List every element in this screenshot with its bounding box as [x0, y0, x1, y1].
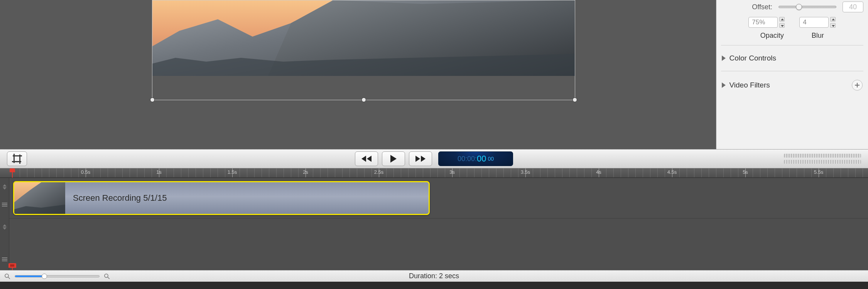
marker-grip-icon: [10, 264, 14, 267]
ruler-label: 3.5s: [521, 169, 530, 175]
resize-handle-bottom-right[interactable]: [572, 97, 577, 102]
track-reorder-handle[interactable]: [1, 181, 8, 193]
track-grip-icon[interactable]: [2, 203, 7, 207]
opacity-step-down-icon[interactable]: [779, 23, 785, 28]
blur-label: Blur: [812, 32, 824, 40]
opacity-stepper[interactable]: 75%: [748, 17, 785, 28]
playback-bar: 00:00: 00 00: [0, 149, 868, 168]
play-icon: [390, 155, 397, 163]
blur-step-down-icon[interactable]: [830, 23, 836, 28]
audio-meters: [784, 154, 861, 164]
opacity-step-up-icon[interactable]: [779, 17, 785, 22]
clip-thumbnail: [14, 182, 65, 214]
svg-line-3: [8, 277, 10, 279]
plus-icon: [855, 83, 860, 87]
timecode-hmm: 00:00:: [458, 155, 477, 163]
canvas-selection[interactable]: [152, 0, 575, 100]
audio-meter-left: [784, 154, 861, 158]
track-gutter: [0, 178, 9, 270]
ruler-label: 1.5s: [228, 169, 237, 175]
section-label: Color Controls: [730, 54, 776, 62]
ruler-label: 1s: [156, 169, 162, 175]
resize-handle-bottom-left[interactable]: [150, 97, 155, 102]
zoom-in-icon: [103, 273, 110, 280]
opacity-field[interactable]: 75%: [748, 17, 778, 28]
fast-forward-button[interactable]: [409, 151, 432, 166]
timecode-ff: 00: [488, 156, 494, 162]
timecode-display[interactable]: 00:00: 00 00: [438, 151, 513, 166]
section-label: Video Filters: [730, 81, 770, 89]
ruler-label: 0.5s: [81, 169, 91, 175]
timecode-ss: 00: [477, 154, 486, 164]
ruler-label: 2.5s: [374, 169, 384, 175]
ruler-label: 5s: [743, 169, 748, 175]
viewer-canvas[interactable]: [0, 0, 716, 149]
blur-stepper[interactable]: 4: [799, 17, 836, 28]
timeline-ruler[interactable]: 0.5s1s1.5s2s2.5s3s3.5s4s4.5s5s5.5s6s: [0, 168, 868, 178]
audio-meter-right: [784, 160, 861, 164]
offset-slider[interactable]: [778, 6, 836, 8]
crop-button[interactable]: [7, 151, 27, 166]
opacity-label: Opacity: [760, 32, 784, 40]
svg-line-5: [108, 277, 110, 279]
playhead[interactable]: [10, 168, 15, 174]
blur-step-up-icon[interactable]: [830, 17, 836, 22]
playhead-head-icon: [10, 168, 15, 172]
disclosure-right-icon: [722, 55, 726, 61]
zoom-slider[interactable]: [15, 275, 100, 277]
svg-point-4: [105, 274, 108, 277]
zoom-control[interactable]: [4, 273, 110, 280]
offset-label: Offset:: [752, 3, 772, 11]
timeline-clip[interactable]: Screen Recording 5/1/15: [13, 181, 430, 215]
rewind-button[interactable]: [355, 151, 378, 166]
separator: [721, 45, 864, 45]
rewind-icon: [361, 156, 372, 162]
offset-slider-knob[interactable]: [796, 4, 802, 10]
fast-forward-icon: [415, 156, 426, 162]
ruler-label: 2s: [303, 169, 308, 175]
ruler-label: 4.5s: [667, 169, 677, 175]
svg-point-2: [5, 274, 8, 277]
play-button[interactable]: [382, 151, 405, 166]
ruler-label: 4s: [596, 169, 601, 175]
ruler-label: 5.5s: [814, 169, 824, 175]
crop-icon: [13, 155, 21, 163]
section-video-filters[interactable]: Video Filters: [716, 77, 868, 94]
canvas-preview: [152, 0, 575, 76]
zoom-slider-knob[interactable]: [42, 274, 47, 279]
offset-field[interactable]: 40: [843, 2, 863, 12]
status-duration: Duration: 2 secs: [409, 272, 459, 280]
add-filter-button[interactable]: [852, 80, 863, 91]
clip-title: Screen Recording 5/1/15: [73, 193, 167, 203]
resize-handle-bottom-mid[interactable]: [361, 97, 366, 102]
track-reorder-handle[interactable]: [1, 221, 8, 233]
ruler-label: 3s: [449, 169, 455, 175]
in-point-marker[interactable]: [8, 263, 16, 270]
separator: [721, 71, 864, 71]
blur-field[interactable]: 4: [799, 17, 829, 28]
track-divider: [9, 218, 868, 218]
zoom-out-icon: [4, 273, 11, 280]
track-grip-icon[interactable]: [2, 257, 7, 261]
timeline-tracks[interactable]: Screen Recording 5/1/15: [0, 178, 868, 270]
status-bar: Duration: 2 secs: [0, 270, 868, 282]
section-color-controls[interactable]: Color Controls: [716, 51, 868, 66]
inspector-panel: Offset: 40 75% 4 Opacity Blur Color Cont…: [716, 0, 868, 149]
disclosure-right-icon: [722, 82, 726, 88]
